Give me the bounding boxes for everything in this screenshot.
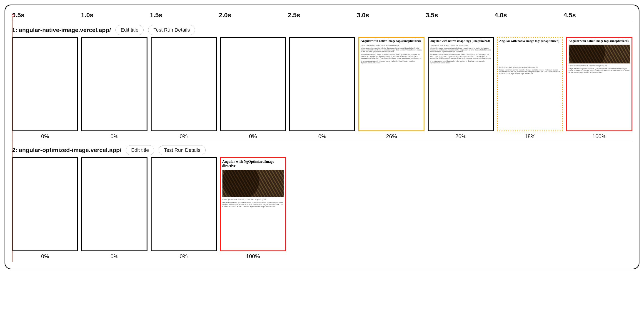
frame-thumbnail[interactable] [289,37,356,131]
test-run-details-button[interactable]: Test Run Details [158,145,206,155]
lorem-text: In congue sapien sem, id vulputate metus… [361,60,422,64]
frame-thumbnail[interactable] [220,37,286,131]
visual-progress: 0% [41,253,49,260]
edit-title-button[interactable]: Edit title [126,145,154,155]
run-title: 2: angular-optimized-image.vercel.app/ [12,146,121,154]
run-header: 1: angular-native-image.vercel.app/ Edit… [12,25,632,35]
timeline-tick: 4.5s [564,12,632,19]
visual-progress: 0% [110,253,118,260]
lorem-text: Lorem ipsum dolor sit amet, consectetur … [499,66,561,68]
visual-progress: 0% [110,133,118,140]
filmstrip-panel: 0.5s 1.0s 1.5s 2.0s 2.5s 3.0s 3.5s 4.0s … [4,4,640,269]
frame-cell: Angular with native image tags (unoptimi… [358,37,424,140]
visual-progress: 100% [592,133,606,140]
page-heading: Angular with native image tags (unoptimi… [568,39,630,43]
frame-thumbnail[interactable]: Angular with native image tags (unoptimi… [358,37,424,131]
timeline-tick: 0.5s [12,12,81,19]
lorem-text: Integer elementum gravida molestie. Quis… [430,47,492,53]
row-divider [12,141,632,141]
frame-cell: Angular with native image tags (unoptimi… [566,37,632,140]
timeline-tick: 2.0s [219,12,288,19]
frame-cell: 0% [220,37,286,140]
page-heading: Angular with native image tags (unoptimi… [430,39,492,43]
frame-thumbnail[interactable] [81,37,148,131]
timeline-tick: 4.0s [494,12,563,19]
frame-cell: 0% [81,37,148,140]
frame-cell: 0% [81,157,148,260]
lorem-text: Integer elementum gravida molestie. Quis… [568,68,630,73]
frame-thumbnail[interactable]: Angular with native image tags (unoptimi… [566,37,632,131]
visual-progress: 18% [525,133,536,140]
frame-cell: 0% [12,37,78,140]
frame-thumbnail[interactable]: Angular with native image tags (unoptimi… [497,37,563,131]
lorem-text: Sed eleifend sapien ut neque venenatis h… [430,54,492,59]
playhead-handle[interactable] [12,14,14,17]
visual-progress: 0% [318,133,326,140]
page-heading: Angular with NgOptimizedImage directive [222,159,284,168]
timeline-ruler: 0.5s 1.0s 1.5s 2.0s 2.5s 3.0s 3.5s 4.0s … [12,11,632,21]
page-heading: Angular with native image tags (unoptimi… [499,39,561,43]
edit-title-button[interactable]: Edit title [116,25,144,35]
frame-cell: 0% [289,37,356,140]
cat-image [222,170,284,197]
lorem-text: Integer elementum gravida molestie. Quis… [499,69,561,74]
timeline-tick: 1.5s [150,12,219,19]
frame-cell: Angular with NgOptimizedImage directive … [220,157,286,260]
frame-cell: Angular with native image tags (unoptimi… [428,37,494,140]
lorem-text: Sed eleifend sapien ut neque venenatis h… [361,54,422,59]
visual-progress: 26% [456,133,466,140]
lorem-text: Lorem ipsum dolor sit amet, consectetur … [430,44,492,46]
lorem-text: Lorem ipsum dolor sit amet, consectetur … [568,65,630,67]
timeline-tick: 2.5s [288,12,356,19]
lorem-text: In congue sapien sem, id vulputate metus… [430,60,492,64]
visual-progress: 0% [41,133,49,140]
lorem-text: Lorem ipsum dolor sit amet, consectetur … [222,198,284,200]
frame-thumbnail[interactable] [12,37,78,131]
run-header: 2: angular-optimized-image.vercel.app/ E… [12,145,632,155]
frame-thumbnail[interactable] [81,157,148,252]
frame-thumbnail[interactable] [12,157,78,252]
visual-progress: 0% [180,133,188,140]
frame-thumbnail[interactable] [151,157,217,252]
visual-progress: 26% [386,133,397,140]
frame-thumbnail[interactable]: Angular with native image tags (unoptimi… [428,37,494,131]
timeline-tick: 1.0s [81,12,150,19]
timeline-tick: 3.5s [426,12,494,19]
frames-row: 0% 0% 0% 0% [12,37,632,140]
lorem-text: Integer elementum gravida molestie. Quis… [222,201,284,208]
run-block: 2: angular-optimized-image.vercel.app/ E… [12,145,632,260]
page-heading: Angular with native image tags (unoptimi… [361,39,422,43]
timeline-tick: 3.0s [357,12,426,19]
frame-cell: 0% [12,157,78,260]
frame-thumbnail[interactable]: Angular with NgOptimizedImage directive … [220,157,286,252]
run-block: 1: angular-native-image.vercel.app/ Edit… [12,25,632,141]
lorem-text: Integer elementum gravida molestie. Quis… [361,47,422,53]
playhead-line[interactable] [12,16,13,262]
run-url: angular-optimized-image.vercel.app/ [19,146,121,154]
visual-progress: 0% [180,253,188,260]
run-title: 1: angular-native-image.vercel.app/ [12,26,111,34]
frame-cell: 0% [151,157,217,260]
frame-thumbnail[interactable] [151,37,217,131]
visual-progress: 0% [249,133,257,140]
test-run-details-button[interactable]: Test Run Details [148,25,195,35]
frame-cell: 0% [151,37,217,140]
lorem-text: Lorem ipsum dolor sit amet, consectetur … [361,44,422,46]
visual-progress: 100% [246,253,260,260]
frames-row: 0% 0% 0% Angular with NgOptimizedImage d… [12,157,632,260]
run-url: angular-native-image.vercel.app/ [19,26,111,34]
frame-cell: Angular with native image tags (unoptimi… [497,37,563,140]
cat-image [568,44,630,64]
